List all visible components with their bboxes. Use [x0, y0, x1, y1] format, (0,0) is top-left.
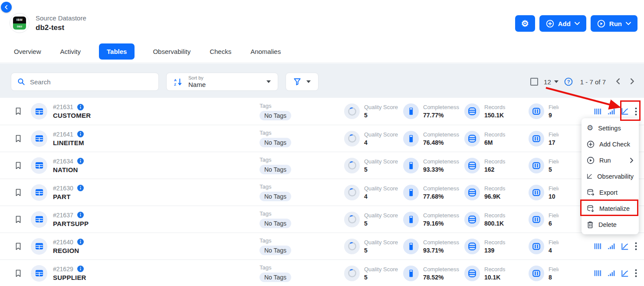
tab-activity[interactable]: Activity — [59, 43, 82, 60]
fields-text: Fields 17 — [549, 131, 559, 146]
select-all-checkbox[interactable] — [530, 78, 538, 86]
menu-item-export[interactable]: Export — [582, 184, 639, 200]
settings-button[interactable]: ⚙ — [515, 15, 535, 32]
menu-item-run[interactable]: Run — [582, 152, 639, 168]
sort-dropdown[interactable]: AZ Sort by Name — [166, 73, 278, 91]
bookmark-icon[interactable] — [14, 269, 23, 277]
fields-text: Fields 6 — [549, 212, 559, 227]
tab-anomalies[interactable]: Anomalies — [250, 43, 282, 60]
table-row[interactable]: #21634 NATION Tags No Tags Quality Score — [0, 152, 644, 179]
line-chart-icon[interactable] — [621, 107, 629, 115]
records-label: Records — [484, 239, 505, 246]
add-button[interactable]: Add — [539, 15, 586, 32]
table-name[interactable]: CUSTOMER — [53, 112, 260, 119]
profile-bars-icon[interactable] — [594, 108, 601, 115]
table-avatar[interactable] — [31, 184, 47, 201]
menu-item-settings[interactable]: ⚙ Settings — [582, 120, 639, 136]
tab-overview[interactable]: Overview — [13, 43, 42, 60]
sort-by-label: Sort by — [188, 75, 206, 81]
bar-chart-icon[interactable] — [608, 269, 615, 277]
line-chart-icon[interactable] — [621, 269, 629, 277]
filter-dropdown[interactable] — [286, 73, 319, 91]
datastore-titles: Source Datastore db2-test — [36, 14, 86, 32]
menu-item-add-check[interactable]: Add Check — [582, 136, 639, 152]
next-page-button[interactable] — [628, 76, 637, 87]
quality-score-cell: Quality Score 5 — [344, 103, 402, 119]
filter-funnel-icon — [293, 78, 301, 86]
table-id: #21634 — [53, 158, 260, 165]
records-text: Records 96.9K — [484, 185, 505, 200]
info-icon[interactable] — [77, 266, 84, 272]
previous-page-button[interactable] — [613, 76, 622, 87]
table-id-value: #21641 — [53, 131, 73, 138]
bookmark-icon[interactable] — [14, 189, 23, 196]
table-icon — [35, 242, 44, 251]
table-name[interactable]: PART — [53, 193, 260, 200]
info-icon[interactable] — [77, 104, 84, 110]
kebab-menu-icon[interactable] — [635, 242, 637, 250]
profile-bars-icon[interactable] — [594, 269, 601, 277]
bar-chart-icon[interactable] — [608, 243, 615, 250]
completeness-bar-icon — [403, 131, 419, 146]
bookmark-icon[interactable] — [14, 107, 23, 115]
bookmark-icon[interactable] — [14, 162, 23, 170]
plus-circle-icon — [587, 140, 595, 148]
records-value: 150.1K — [484, 112, 505, 119]
info-icon[interactable] — [77, 239, 84, 245]
tab-observability[interactable]: Observability — [152, 43, 191, 60]
menu-item-delete[interactable]: Delete — [582, 216, 639, 233]
tags-label: Tags — [260, 156, 344, 163]
header-actions: ⚙ Add Run — [515, 15, 637, 32]
table-row[interactable]: #21637 PARTSUPP Tags No Tags Quality Sco… — [0, 206, 644, 233]
bookmark-icon[interactable] — [14, 216, 23, 223]
menu-item-observability[interactable]: Observability — [582, 168, 639, 184]
completeness-value: 93.33% — [423, 166, 459, 173]
fields-value: 6 — [549, 220, 559, 227]
menu-item-materialize[interactable]: Materialize — [582, 200, 639, 216]
tab-tables[interactable]: Tables — [99, 43, 135, 60]
tags-cell: Tags No Tags — [260, 130, 344, 147]
help-icon[interactable]: ? — [564, 77, 573, 86]
table-row[interactable]: #21629 SUPPLIER Tags No Tags Quality Sco… — [0, 259, 644, 286]
records-cell: Records 150.1K — [464, 103, 529, 119]
fields-label: Fields — [549, 239, 559, 246]
table-avatar[interactable] — [31, 103, 47, 120]
bookmark-icon[interactable] — [14, 243, 23, 250]
info-icon[interactable] — [77, 212, 84, 218]
kebab-menu-icon[interactable] — [635, 269, 637, 277]
records-text: Records 162 — [484, 158, 505, 173]
records-database-icon — [464, 266, 480, 281]
back-button[interactable] — [1, 2, 12, 13]
bar-chart-icon[interactable] — [608, 108, 615, 115]
quality-score-label: Quality Score — [364, 266, 398, 273]
line-chart-icon[interactable] — [621, 243, 629, 250]
profile-bars-icon[interactable] — [594, 243, 601, 250]
table-name[interactable]: PARTSUPP — [53, 220, 260, 227]
table-avatar[interactable] — [31, 130, 47, 147]
tab-checks[interactable]: Checks — [209, 43, 232, 60]
info-icon[interactable] — [77, 185, 84, 191]
bookmark-icon[interactable] — [14, 135, 23, 143]
table-avatar[interactable] — [31, 265, 47, 282]
records-database-icon — [464, 185, 480, 200]
table-name[interactable]: SUPPLIER — [53, 274, 260, 281]
run-button[interactable]: Run — [591, 15, 637, 32]
table-avatar[interactable] — [31, 211, 47, 228]
table-row[interactable]: #21630 PART Tags No Tags Quality Score 4 — [0, 179, 644, 206]
table-avatar[interactable] — [31, 238, 47, 255]
info-icon[interactable] — [77, 158, 84, 164]
table-name[interactable]: NATION — [53, 166, 260, 173]
kebab-menu-icon[interactable] — [635, 107, 637, 116]
table-name[interactable]: LINEITEM — [53, 139, 260, 146]
table-row[interactable]: #21641 LINEITEM Tags No Tags Quality Sco… — [0, 125, 644, 152]
table-avatar[interactable] — [31, 157, 47, 174]
table-row[interactable]: #21640 REGION Tags No Tags Quality Score — [0, 233, 644, 259]
table-name[interactable]: REGION — [53, 247, 260, 254]
table-row[interactable]: #21631 CUSTOMER Tags No Tags Quality Sco… — [0, 98, 644, 125]
menu-item-label: Materialize — [599, 205, 630, 212]
quality-score-text: Quality Score 4 — [364, 185, 398, 200]
search-input[interactable] — [30, 78, 152, 86]
page-size-dropdown[interactable]: 12 — [544, 78, 559, 86]
records-text: Records 800.1K — [484, 212, 505, 227]
info-icon[interactable] — [77, 131, 84, 137]
